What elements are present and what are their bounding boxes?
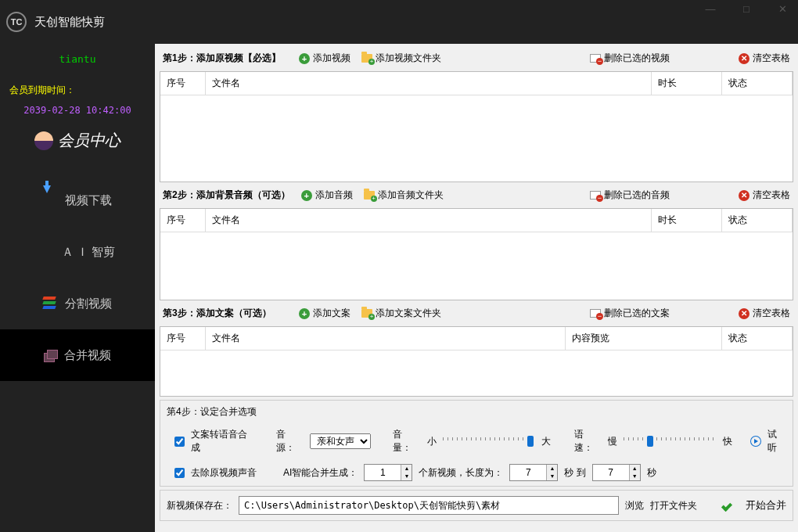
- window-minimize-button[interactable]: —: [701, 3, 720, 15]
- audio-table[interactable]: 序号 文件名 时长 状态: [160, 208, 793, 300]
- add-video-button[interactable]: +添加视频: [299, 52, 350, 65]
- clear-audio-table-button[interactable]: ✕清空表格: [739, 189, 790, 202]
- preview-button[interactable]: 试听: [767, 428, 786, 455]
- tts-label: 文案转语音合成: [191, 428, 256, 455]
- save-path-label: 新视频保存在：: [167, 499, 232, 512]
- check-icon: [719, 495, 739, 516]
- video-table[interactable]: 序号 文件名 时长 状态: [160, 71, 793, 182]
- delete-icon: [590, 309, 601, 318]
- clear-icon: ✕: [739, 53, 749, 64]
- remove-audio-checkbox[interactable]: [174, 468, 185, 478]
- col-status: 状态: [722, 327, 793, 350]
- avatar-icon: [34, 131, 53, 150]
- col-filename: 文件名: [206, 327, 566, 350]
- volume-max: 大: [541, 435, 551, 448]
- step4-panel: 第4步：设定合并选项 文案转语音合成 音源： 亲和女声 音量： 小 大 语速： …: [160, 400, 793, 487]
- titlebar: TC 天创智能快剪 — □ ✕: [0, 0, 798, 44]
- text-table[interactable]: 序号 文件名 内容预览 状态: [160, 326, 793, 397]
- volume-slider[interactable]: [443, 436, 535, 447]
- step1-header: 第1步：添加原视频【必选】 +添加视频 添加视频文件夹 删除已选的视频 ✕清空表…: [160, 49, 793, 68]
- col-duration: 时长: [652, 209, 722, 232]
- delete-icon: [590, 191, 601, 200]
- col-duration: 时长: [652, 72, 722, 95]
- add-text-button[interactable]: +添加文案: [299, 307, 350, 320]
- delete-icon: [590, 54, 601, 63]
- ai-icon: [40, 245, 54, 259]
- browse-button[interactable]: 浏览: [625, 499, 644, 512]
- col-status: 状态: [722, 209, 793, 232]
- video-count-input[interactable]: [365, 465, 401, 480]
- duration-from-input[interactable]: [510, 465, 546, 480]
- spin-up-icon[interactable]: ▲: [547, 465, 557, 473]
- col-filename: 文件名: [206, 209, 652, 232]
- member-center-button[interactable]: 会员中心: [34, 130, 120, 151]
- folder-add-icon: [364, 191, 375, 200]
- step3-header: 第3步：添加文案（可选） +添加文案 添加文案文件夹 删除已选的文案 ✕清空表格: [160, 304, 793, 323]
- start-merge-button[interactable]: 开始合并: [746, 498, 786, 512]
- clear-icon: ✕: [739, 190, 749, 201]
- step4-label: 第4步：设定合并选项: [167, 405, 786, 419]
- spin-up-icon[interactable]: ▲: [630, 465, 640, 473]
- clear-text-table-button[interactable]: ✕清空表格: [739, 307, 790, 320]
- spin-down-icon[interactable]: ▼: [547, 473, 557, 480]
- nav-label: 分割视频: [65, 297, 112, 311]
- voice-select[interactable]: 亲和女声: [310, 433, 371, 449]
- main-panel: 第1步：添加原视频【必选】 +添加视频 添加视频文件夹 删除已选的视频 ✕清空表…: [155, 44, 798, 532]
- delete-selected-text-button[interactable]: 删除已选的文案: [590, 307, 670, 320]
- nav-label: 合并视频: [64, 348, 111, 363]
- play-icon[interactable]: [750, 436, 761, 447]
- col-index: 序号: [160, 209, 206, 232]
- dur-to-label: 秒 到: [564, 466, 585, 480]
- sidebar-nav: 视频下载 Ａ Ｉ 智剪 分割视频 合并视频: [0, 174, 155, 381]
- nav-label: 视频下载: [65, 193, 112, 208]
- tts-checkbox[interactable]: [174, 437, 185, 447]
- duration-to-stepper[interactable]: ▲▼: [592, 464, 641, 481]
- add-video-folder-button[interactable]: 添加视频文件夹: [361, 52, 441, 65]
- step2-header: 第2步：添加背景音频（可选） +添加音频 添加音频文件夹 删除已选的音频 ✕清空…: [160, 185, 793, 205]
- nav-label: Ａ Ｉ 智剪: [62, 245, 115, 260]
- col-status: 状态: [722, 72, 793, 95]
- clear-icon: ✕: [739, 308, 749, 319]
- nav-item-split[interactable]: 分割视频: [0, 278, 155, 329]
- nav-item-download[interactable]: 视频下载: [0, 174, 155, 226]
- delete-selected-video-button[interactable]: 删除已选的视频: [590, 52, 670, 65]
- duration-to-input[interactable]: [593, 465, 629, 480]
- folder-add-icon: [361, 309, 372, 318]
- col-preview: 内容预览: [566, 327, 722, 350]
- dur-unit: 秒: [647, 466, 656, 480]
- add-audio-folder-button[interactable]: 添加音频文件夹: [364, 189, 444, 202]
- brand-name: tiantu: [59, 53, 96, 65]
- expiry-date: 2039-02-28 10:42:00: [23, 105, 131, 116]
- duration-from-stepper[interactable]: ▲▼: [509, 464, 558, 481]
- add-audio-button[interactable]: +添加音频: [301, 189, 353, 202]
- nav-item-ai-clip[interactable]: Ａ Ｉ 智剪: [0, 226, 155, 278]
- ai-merge-label: AI智能合并生成：: [283, 466, 358, 480]
- nav-item-merge[interactable]: 合并视频: [0, 329, 155, 381]
- col-index: 序号: [160, 327, 206, 350]
- plus-icon: +: [299, 53, 310, 64]
- save-path-input[interactable]: [239, 496, 619, 515]
- voice-label: 音源：: [276, 428, 304, 455]
- step1-label: 第1步：添加原视频【必选】: [163, 52, 288, 65]
- spin-down-icon[interactable]: ▼: [630, 473, 640, 480]
- window-close-button[interactable]: ✕: [773, 3, 792, 15]
- spin-down-icon[interactable]: ▼: [401, 473, 412, 480]
- app-title: 天创智能快剪: [34, 15, 105, 30]
- speed-label: 语速：: [574, 428, 602, 455]
- window-maximize-button[interactable]: □: [737, 3, 756, 15]
- output-row: 新视频保存在： 浏览 打开文件夹 开始合并: [160, 490, 793, 521]
- spin-up-icon[interactable]: ▲: [401, 465, 412, 473]
- delete-selected-audio-button[interactable]: 删除已选的音频: [590, 189, 670, 202]
- plus-icon: +: [299, 308, 310, 319]
- speed-max: 快: [723, 435, 732, 448]
- step3-label: 第3步：添加文案（可选）: [163, 307, 288, 320]
- plus-icon: +: [301, 190, 312, 201]
- clear-video-table-button[interactable]: ✕清空表格: [739, 52, 790, 65]
- app-logo-icon: TC: [6, 12, 27, 32]
- remove-audio-label: 去除原视频声音: [191, 466, 257, 480]
- video-count-stepper[interactable]: ▲▼: [364, 464, 412, 481]
- open-folder-button[interactable]: 打开文件夹: [650, 499, 697, 512]
- speed-min: 慢: [608, 435, 617, 448]
- add-text-folder-button[interactable]: 添加文案文件夹: [361, 307, 441, 320]
- speed-slider[interactable]: [624, 436, 716, 447]
